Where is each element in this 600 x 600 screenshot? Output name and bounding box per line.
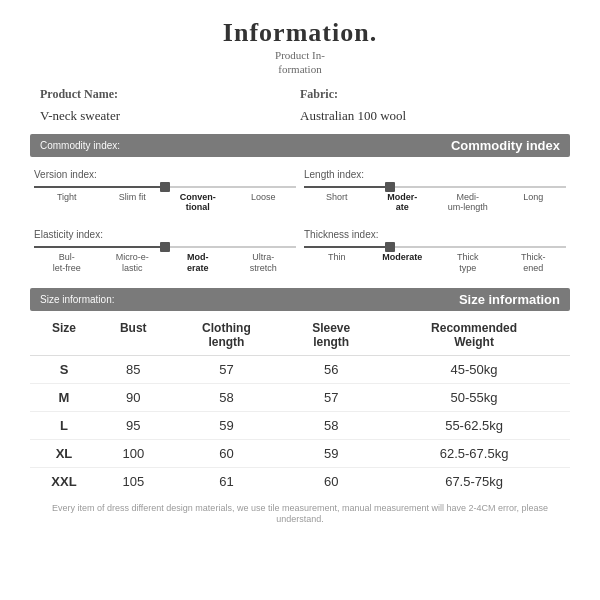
- table-cell: 58: [169, 383, 285, 411]
- version-index: Version index: Tight Slim fit Conven-tio…: [34, 165, 296, 218]
- table-row: XXL105616067.5-75kg: [30, 467, 570, 495]
- length-slider-labels: Short Moder-ate Medi-um-length Long: [304, 192, 566, 214]
- length-index-label: Length index:: [304, 169, 566, 180]
- table-cell: 60: [284, 467, 378, 495]
- col-recommended-weight: RecommendedWeight: [378, 317, 570, 356]
- elasticity-opt-4: Ultra-stretch: [231, 252, 297, 274]
- size-info-bar: Size information: Size information: [30, 288, 570, 311]
- version-opt-3: Conven-tional: [165, 192, 231, 214]
- table-cell: 61: [169, 467, 285, 495]
- table-cell: 59: [284, 439, 378, 467]
- table-cell: XXL: [30, 467, 98, 495]
- elasticity-index-label: Elasticity index:: [34, 229, 296, 240]
- thickness-opt-2: Moderate: [370, 252, 436, 274]
- table-cell: 105: [98, 467, 169, 495]
- footer-note: Every item of dress different design mat…: [30, 503, 570, 526]
- table-row: XL100605962.5-67.5kg: [30, 439, 570, 467]
- elasticity-opt-2: Micro-e-lastic: [100, 252, 166, 274]
- table-cell: 56: [284, 355, 378, 383]
- table-header-row: Size Bust Clothinglength Sleevelength Re…: [30, 317, 570, 356]
- elasticity-slider-labels: Bul-let-free Micro-e-lastic Mod-erate Ul…: [34, 252, 296, 274]
- size-info-bar-title: Size information: [459, 292, 560, 307]
- version-slider-labels: Tight Slim fit Conven-tional Loose: [34, 192, 296, 214]
- elasticity-slider-fill: [34, 246, 165, 248]
- page-title: Information.: [30, 18, 570, 48]
- product-name-value: V-neck sweater: [40, 108, 300, 124]
- thickness-opt-4: Thick-ened: [501, 252, 567, 274]
- commodity-index-bar-label: Commodity index:: [40, 140, 120, 151]
- product-fabric-label: Fabric:: [300, 87, 560, 102]
- size-section: Size information: Size information Size …: [30, 288, 570, 495]
- length-opt-2: Moder-ate: [370, 192, 436, 214]
- thickness-opt-1: Thin: [304, 252, 370, 274]
- table-cell: 100: [98, 439, 169, 467]
- length-slider-thumb: [385, 182, 395, 192]
- length-opt-3: Medi-um-length: [435, 192, 501, 214]
- size-info-bar-label: Size information:: [40, 294, 114, 305]
- header: Information. Product In-formation: [30, 18, 570, 77]
- table-row: S85575645-50kg: [30, 355, 570, 383]
- table-cell: 67.5-75kg: [378, 467, 570, 495]
- version-opt-4: Loose: [231, 192, 297, 214]
- commodity-index-bar-title: Commodity index: [451, 138, 560, 153]
- table-cell: 60: [169, 439, 285, 467]
- product-fabric-col: Fabric: Australian 100 wool: [300, 87, 560, 124]
- elasticity-opt-1: Bul-let-free: [34, 252, 100, 274]
- product-fabric-value: Australian 100 wool: [300, 108, 560, 124]
- length-slider-fill: [304, 186, 390, 188]
- thickness-slider-labels: Thin Moderate Thicktype Thick-ened: [304, 252, 566, 274]
- version-slider-track: [34, 186, 296, 188]
- product-name-label: Product Name:: [40, 87, 300, 102]
- col-sleeve-length: Sleevelength: [284, 317, 378, 356]
- table-cell: 45-50kg: [378, 355, 570, 383]
- table-cell: 95: [98, 411, 169, 439]
- product-name-col: Product Name: V-neck sweater: [40, 87, 300, 124]
- thickness-index-label: Thickness index:: [304, 229, 566, 240]
- thickness-opt-3: Thicktype: [435, 252, 501, 274]
- table-cell: L: [30, 411, 98, 439]
- table-cell: 90: [98, 383, 169, 411]
- size-table: Size Bust Clothinglength Sleevelength Re…: [30, 317, 570, 495]
- col-size: Size: [30, 317, 98, 356]
- table-cell: 50-55kg: [378, 383, 570, 411]
- table-row: L95595855-62.5kg: [30, 411, 570, 439]
- elasticity-slider-thumb: [160, 242, 170, 252]
- table-cell: S: [30, 355, 98, 383]
- table-cell: 58: [284, 411, 378, 439]
- elasticity-index: Elasticity index: Bul-let-free Micro-e-l…: [34, 225, 296, 278]
- col-bust: Bust: [98, 317, 169, 356]
- version-index-label: Version index:: [34, 169, 296, 180]
- product-info: Product Name: V-neck sweater Fabric: Aus…: [30, 87, 570, 124]
- page: Information. Product In-formation Produc…: [0, 0, 600, 600]
- thickness-slider-thumb: [385, 242, 395, 252]
- table-cell: 55-62.5kg: [378, 411, 570, 439]
- index-grid: Version index: Tight Slim fit Conven-tio…: [30, 165, 570, 278]
- table-cell: 85: [98, 355, 169, 383]
- length-opt-1: Short: [304, 192, 370, 214]
- commodity-index-bar: Commodity index: Commodity index: [30, 134, 570, 157]
- version-opt-2: Slim fit: [100, 192, 166, 214]
- table-cell: 57: [169, 355, 285, 383]
- page-subtitle: Product In-formation: [30, 48, 570, 77]
- length-index: Length index: Short Moder-ate Medi-um-le…: [304, 165, 566, 218]
- length-opt-4: Long: [501, 192, 567, 214]
- thickness-slider-track: [304, 246, 566, 248]
- version-opt-1: Tight: [34, 192, 100, 214]
- elasticity-slider-track: [34, 246, 296, 248]
- thickness-slider-fill: [304, 246, 390, 248]
- thickness-index: Thickness index: Thin Moderate Thicktype…: [304, 225, 566, 278]
- table-cell: XL: [30, 439, 98, 467]
- length-slider-track: [304, 186, 566, 188]
- table-cell: 59: [169, 411, 285, 439]
- table-cell: 62.5-67.5kg: [378, 439, 570, 467]
- version-slider-fill: [34, 186, 165, 188]
- elasticity-opt-3: Mod-erate: [165, 252, 231, 274]
- col-clothing-length: Clothinglength: [169, 317, 285, 356]
- table-row: M90585750-55kg: [30, 383, 570, 411]
- table-cell: 57: [284, 383, 378, 411]
- version-slider-thumb: [160, 182, 170, 192]
- table-cell: M: [30, 383, 98, 411]
